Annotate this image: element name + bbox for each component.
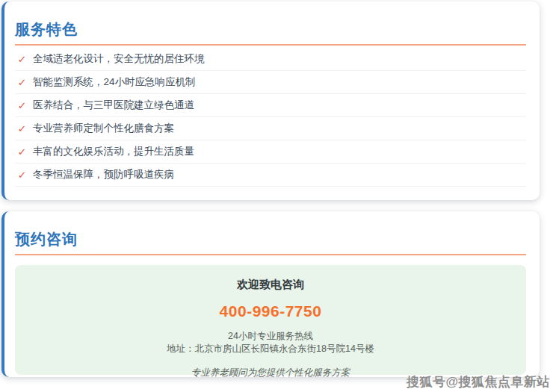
- check-icon: ✓: [17, 146, 26, 158]
- feature-item: ✓ 医养结合，与三甲医院建立绿色通道: [15, 94, 526, 117]
- booking-card: 预约咨询 欢迎致电咨询 400-996-7750 24小时专业服务热线 地址：北…: [1, 211, 540, 377]
- welcome-text: 欢迎致电咨询: [15, 278, 526, 292]
- feature-text: 医养结合，与三甲医院建立绿色通道: [33, 99, 194, 112]
- sohu-watermark: 搜狐号@搜狐焦点阜新站: [407, 373, 550, 391]
- feature-text: 冬季恒温保障，预防呼吸道疾病: [33, 168, 174, 181]
- phone-number[interactable]: 400-996-7750: [15, 302, 526, 320]
- feature-item: ✓ 丰富的文化娱乐活动，提升生活质量: [15, 140, 526, 164]
- feature-item: ✓ 冬季恒温保障，预防呼吸道疾病: [15, 164, 526, 187]
- contact-panel: 欢迎致电咨询 400-996-7750 24小时专业服务热线 地址：北京市房山区…: [15, 265, 526, 375]
- services-title-divider: [15, 44, 526, 46]
- feature-item: ✓ 智能监测系统，24小时应急响应机制: [15, 71, 526, 94]
- feature-text: 丰富的文化娱乐活动，提升生活质量: [33, 145, 194, 158]
- services-card: 服务特色 ✓ 全域适老化设计，安全无忧的居住环境 ✓ 智能监测系统，24小时应急…: [1, 1, 540, 200]
- feature-text: 智能监测系统，24小时应急响应机制: [33, 75, 196, 89]
- check-icon: ✓: [17, 100, 26, 111]
- check-icon: ✓: [17, 77, 26, 88]
- check-icon: ✓: [17, 54, 26, 65]
- hotline-text: 24小时专业服务热线: [15, 330, 526, 343]
- services-title: 服务特色: [15, 21, 526, 37]
- feature-list: ✓ 全域适老化设计，安全无忧的居住环境 ✓ 智能监测系统，24小时应急响应机制 …: [15, 48, 526, 187]
- check-icon: ✓: [17, 123, 26, 134]
- address-text: 地址：北京市房山区长阳镇永合东街18号院14号楼: [15, 343, 526, 355]
- check-icon: ✓: [17, 169, 26, 181]
- feature-text: 专业营养师定制个性化膳食方案: [33, 122, 174, 135]
- booking-title-divider: [15, 254, 526, 255]
- booking-title: 预约咨询: [15, 231, 526, 247]
- feature-text: 全域适老化设计，安全无忧的居住环境: [33, 52, 205, 66]
- feature-item: ✓ 专业营养师定制个性化膳食方案: [15, 117, 526, 140]
- feature-item: ✓ 全域适老化设计，安全无忧的居住环境: [15, 48, 526, 71]
